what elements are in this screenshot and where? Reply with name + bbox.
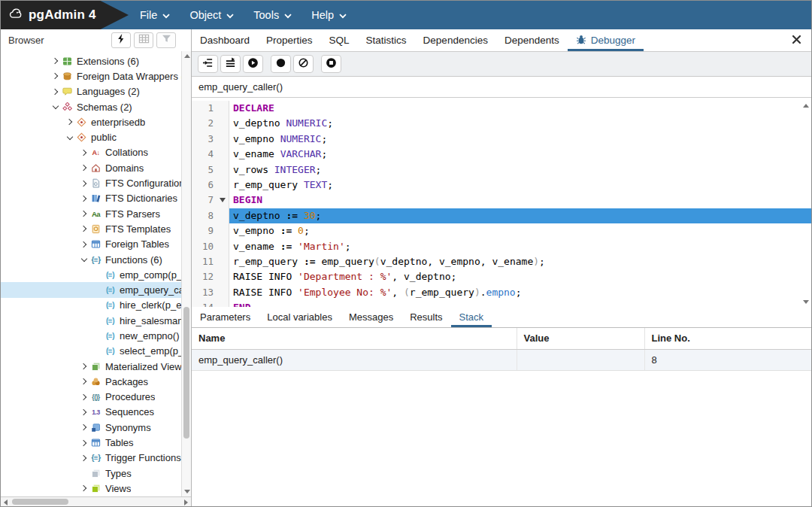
tree-item-public[interactable]: public [1, 129, 191, 144]
expand-chevron-icon[interactable] [79, 364, 89, 369]
tree-vertical-scrollbar[interactable] [181, 51, 191, 496]
line-number-gutter[interactable]: 13 [192, 285, 229, 300]
expand-chevron-icon[interactable] [79, 441, 89, 445]
line-number-gutter[interactable]: 12 [192, 269, 229, 284]
tree-item-domains[interactable]: Domains [1, 160, 191, 175]
tree-item-sequences[interactable]: 1.3Sequences [1, 405, 191, 420]
tree-item-collations[interactable]: A↓Collations [1, 145, 191, 160]
line-number-gutter[interactable]: 6 [192, 178, 229, 193]
line-number-gutter[interactable]: 1 [192, 101, 229, 116]
tab-properties[interactable]: Properties [258, 29, 321, 51]
expand-chevron-icon[interactable] [79, 456, 89, 460]
tab-statistics[interactable]: Statistics [358, 29, 415, 51]
tree-item-functions-6[interactable]: {≡}Functions (6) [1, 252, 191, 267]
line-number-gutter[interactable]: 8 [192, 208, 229, 223]
tree-item-languages-2[interactable]: Languages (2) [1, 84, 191, 99]
expand-chevron-icon[interactable] [79, 196, 89, 201]
tree-horizontal-scrollbar[interactable] [1, 496, 191, 506]
menu-file[interactable]: File [130, 1, 180, 29]
expand-chevron-icon[interactable] [79, 165, 89, 170]
dashboard-grid-button[interactable] [134, 32, 153, 48]
tree-item-fts-configurations[interactable]: FTS Configurations [1, 175, 191, 190]
tree-item-extensions-6[interactable]: Extensions (6) [1, 53, 191, 68]
quick-search-button[interactable] [111, 32, 131, 48]
expand-chevron-icon[interactable] [79, 395, 89, 399]
filter-button[interactable] [156, 32, 176, 48]
line-number-gutter[interactable]: 7 [192, 193, 229, 208]
tree-item-foreign-tables[interactable]: Foreign Tables [1, 237, 191, 252]
expand-chevron-icon[interactable] [79, 242, 89, 247]
expand-chevron-icon[interactable] [79, 486, 89, 490]
tree-item-packages[interactable]: Packages [1, 374, 191, 389]
line-number-gutter[interactable]: 5 [192, 162, 229, 178]
expand-chevron-icon[interactable] [79, 150, 89, 155]
tree-item-hire-clerk-p-en[interactable]: (≡)hire_clerk(p_en [1, 298, 191, 313]
tree-item-synonyms[interactable]: Synonyms [1, 420, 191, 435]
expand-chevron-icon[interactable] [65, 120, 75, 124]
expand-chevron-icon[interactable] [79, 226, 89, 231]
continue-button[interactable] [243, 55, 263, 73]
line-number-gutter[interactable]: 2 [192, 116, 229, 131]
fold-marker-icon[interactable] [220, 198, 226, 202]
tree-item-materialized-views[interactable]: Materialized Views [1, 359, 191, 374]
line-number-gutter[interactable]: 3 [192, 132, 229, 147]
expand-chevron-icon[interactable] [50, 59, 61, 63]
clear-breakpoints-button[interactable] [293, 55, 314, 73]
tree-scrollbar-thumb[interactable] [183, 307, 189, 439]
expand-chevron-icon[interactable] [79, 379, 89, 384]
editor-scroll-up[interactable] [803, 104, 809, 108]
tree-item-procedures[interactable]: {()}Procedures [1, 390, 191, 405]
tree-item-enterprisedb[interactable]: enterprisedb [1, 114, 191, 129]
collapse-chevron-icon[interactable] [79, 258, 89, 261]
tree-item-tables[interactable]: Tables [1, 435, 191, 450]
expand-chevron-icon[interactable] [50, 74, 61, 78]
tree-item-select-emp-p-e[interactable]: (≡)select_emp(p_e [1, 344, 191, 359]
expand-chevron-icon[interactable] [79, 211, 89, 216]
line-number-gutter[interactable]: 14 [192, 300, 229, 307]
close-panel-button[interactable] [782, 29, 811, 51]
line-number-gutter[interactable]: 4 [192, 147, 229, 162]
tree-item-trigger-functions[interactable]: {≡}Trigger Functions [1, 451, 191, 466]
tab-dependencies[interactable]: Dependencies [415, 29, 496, 51]
editor-scroll-down[interactable] [803, 300, 809, 304]
tree-item-emp-query-cal[interactable]: (≡)emp_query_cal [1, 282, 191, 297]
tab-dependents[interactable]: Dependents [496, 29, 568, 51]
toggle-breakpoint-button[interactable] [271, 55, 291, 73]
step-into-button[interactable] [198, 55, 218, 73]
tab-dashboard[interactable]: Dashboard [192, 29, 258, 51]
tree-item-fts-parsers[interactable]: AaFTS Parsers [1, 206, 191, 221]
tree-item-hire-salesman[interactable]: (≡)hire_salesman( [1, 313, 191, 328]
stop-button[interactable] [321, 55, 341, 73]
line-number-gutter[interactable]: 10 [192, 239, 229, 254]
bottom-tab-stack[interactable]: Stack [451, 307, 492, 327]
tree-item-fts-dictionaries[interactable]: FTS Dictionaries [1, 191, 191, 206]
bottom-tab-results[interactable]: Results [401, 307, 450, 327]
bottom-tab-local-variables[interactable]: Local variables [259, 307, 341, 327]
code-editor[interactable]: 1DECLARE2v_deptno NUMERIC;3v_empno NUMER… [192, 98, 811, 307]
bottom-tab-parameters[interactable]: Parameters [192, 307, 259, 327]
line-number-gutter[interactable]: 9 [192, 223, 229, 238]
tree-item-views[interactable]: Views [1, 481, 191, 496]
expand-chevron-icon[interactable] [79, 425, 89, 430]
tree-item-emp-comp-p-s[interactable]: (≡)emp_comp(p_s [1, 267, 191, 282]
tab-debugger[interactable]: Debugger [568, 29, 644, 51]
line-number-gutter[interactable]: 11 [192, 254, 229, 269]
expand-chevron-icon[interactable] [50, 90, 61, 94]
tree-item-schemas-2[interactable]: Schemas (2) [1, 99, 191, 114]
collapse-chevron-icon[interactable] [50, 105, 61, 108]
menu-tools[interactable]: Tools [244, 1, 301, 29]
step-over-button[interactable] [220, 55, 241, 73]
tree-item-types[interactable]: Types [1, 466, 191, 481]
expand-chevron-icon[interactable] [79, 410, 89, 414]
tree-item-new-empno[interactable]: (≡)new_empno() [1, 328, 191, 343]
tab-sql[interactable]: SQL [321, 29, 358, 51]
menu-object[interactable]: Object [180, 1, 244, 29]
tree-hscrollbar-thumb[interactable] [12, 499, 68, 505]
tree-item-foreign-data-wrappers-2[interactable]: Foreign Data Wrappers (2) [1, 68, 191, 83]
collapse-chevron-icon[interactable] [65, 136, 75, 139]
bottom-tab-messages[interactable]: Messages [341, 307, 401, 327]
expand-chevron-icon[interactable] [79, 181, 89, 186]
tree-item-fts-templates[interactable]: FTS Templates [1, 221, 191, 236]
stack-frame-row[interactable]: emp_query_caller()8 [192, 349, 811, 370]
menu-help[interactable]: Help [301, 1, 356, 29]
